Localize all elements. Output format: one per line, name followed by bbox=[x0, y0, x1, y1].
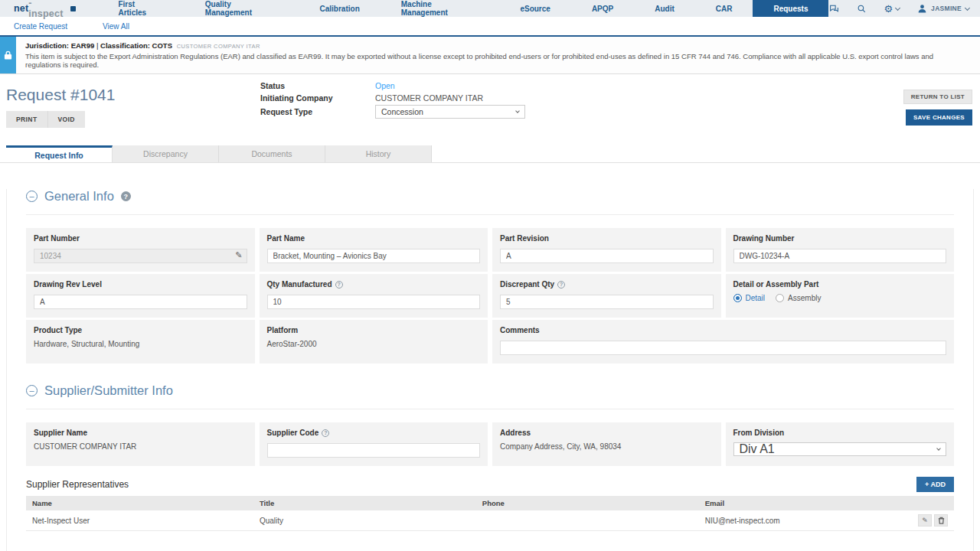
help-icon[interactable]: ? bbox=[322, 429, 329, 437]
supplier-name-field: Supplier Name CUSTOMER COMPANY ITAR bbox=[26, 422, 255, 466]
supplier-section-header: – Supplier/Submitter Info bbox=[26, 383, 954, 398]
discrepant-qty-input[interactable] bbox=[500, 295, 714, 309]
part-name-field: Part Name bbox=[260, 228, 488, 272]
part-number-label: Part Number bbox=[34, 234, 247, 243]
chevron-down-icon bbox=[965, 5, 970, 10]
add-representative-button[interactable]: + ADD bbox=[916, 477, 954, 492]
sub-navbar: Create Request View All bbox=[0, 17, 980, 35]
from-division-select[interactable]: Div A1 bbox=[733, 442, 947, 456]
general-info-section-header: – General Info ? bbox=[26, 189, 954, 204]
messages-icon[interactable] bbox=[828, 3, 839, 14]
request-info-panel: – General Info ? Part Number ✎ Part Name… bbox=[6, 189, 974, 551]
comments-input[interactable] bbox=[500, 341, 946, 355]
void-button[interactable]: VOID bbox=[47, 111, 85, 128]
tab-history[interactable]: History bbox=[325, 145, 432, 162]
drawing-number-field: Drawing Number bbox=[726, 228, 955, 272]
edit-row-button[interactable]: ✎ bbox=[918, 514, 932, 527]
part-number-input[interactable] bbox=[34, 249, 247, 263]
nav-item-apqp[interactable]: APQP bbox=[571, 0, 634, 17]
lock-strip bbox=[0, 37, 16, 73]
classification-value: COTS bbox=[152, 41, 172, 50]
main-menu: First Articles Quality Management Calibr… bbox=[97, 0, 828, 17]
collapse-icon[interactable]: – bbox=[26, 385, 38, 396]
status-value[interactable]: Open bbox=[375, 81, 395, 90]
supplier-form: Supplier Name CUSTOMER COMPANY ITAR Supp… bbox=[26, 422, 954, 466]
logo-text-bold: net bbox=[14, 3, 28, 14]
table-header-row: Name Title Phone Email bbox=[26, 496, 954, 510]
banner-text: Jurisdiction: EAR99 | Classification: CO… bbox=[16, 37, 980, 73]
detail-or-assembly-label: Detail or Assembly Part bbox=[733, 280, 947, 289]
net-inspect-logo[interactable]: net-inspect bbox=[14, 0, 76, 17]
comments-label: Comments bbox=[500, 326, 946, 334]
rep-name: Net-Inspect User bbox=[26, 510, 253, 531]
logo-text-rest: -inspect bbox=[28, 0, 66, 19]
request-type-value: Concession bbox=[381, 107, 423, 116]
delete-row-button[interactable] bbox=[934, 514, 948, 527]
part-number-field: Part Number ✎ bbox=[26, 228, 255, 272]
tab-discrepancy[interactable]: Discrepancy bbox=[113, 145, 219, 162]
supplier-name-value: CUSTOMER COMPANY ITAR bbox=[34, 442, 247, 451]
column-name: Name bbox=[26, 496, 253, 510]
settings-menu[interactable]: ⚙ bbox=[884, 4, 900, 14]
initiating-company-value: CUSTOMER COMPANY ITAR bbox=[375, 93, 483, 103]
detail-radio[interactable]: Detail bbox=[733, 294, 766, 302]
qty-manufactured-field: Qty Manufactured ? bbox=[260, 274, 488, 318]
status-label: Status bbox=[260, 81, 375, 90]
drawing-rev-level-input[interactable] bbox=[34, 295, 247, 309]
column-email: Email bbox=[699, 496, 908, 510]
nav-item-quality-management[interactable]: Quality Management bbox=[185, 0, 299, 17]
comments-field: Comments bbox=[492, 320, 954, 364]
print-button[interactable]: PRINT bbox=[6, 111, 47, 128]
help-icon[interactable]: ? bbox=[335, 281, 343, 289]
request-type-row: Request Type Concession bbox=[260, 105, 525, 119]
jurisdiction-label: Jurisdiction: bbox=[25, 41, 69, 50]
search-icon[interactable] bbox=[856, 3, 867, 14]
help-icon[interactable]: ? bbox=[121, 191, 131, 201]
drawing-rev-level-label: Drawing Rev Level bbox=[34, 280, 247, 289]
nav-item-machine-management[interactable]: Machine Management bbox=[381, 0, 500, 17]
assembly-radio[interactable]: Assembly bbox=[776, 294, 821, 302]
general-info-form: Part Number ✎ Part Name Part Revision Dr… bbox=[26, 228, 954, 364]
nav-item-car[interactable]: CAR bbox=[695, 0, 753, 17]
rep-title: Quality bbox=[253, 510, 476, 531]
nav-item-calibration[interactable]: Calibration bbox=[299, 0, 381, 17]
save-changes-button[interactable]: SAVE CHANGES bbox=[906, 109, 972, 126]
supplier-address-value: Company Address, City, WA, 98034 bbox=[500, 442, 714, 451]
supplier-code-input[interactable] bbox=[267, 443, 481, 458]
part-revision-field: Part Revision bbox=[492, 228, 721, 272]
banner-company-suffix: CUSTOMER COMPANY ITAR bbox=[177, 43, 260, 50]
detail-or-assembly-field: Detail or Assembly Part Detail Assembly bbox=[726, 274, 955, 318]
qty-manufactured-label: Qty Manufactured bbox=[267, 280, 332, 289]
rep-phone bbox=[476, 510, 699, 531]
part-name-label: Part Name bbox=[267, 234, 481, 243]
from-division-field: From Division Div A1 bbox=[726, 422, 955, 466]
part-name-input[interactable] bbox=[267, 249, 481, 263]
drawing-number-input[interactable] bbox=[733, 249, 947, 263]
edit-pencil-icon[interactable]: ✎ bbox=[235, 250, 242, 260]
create-request-link[interactable]: Create Request bbox=[14, 22, 67, 31]
nav-item-first-articles[interactable]: First Articles bbox=[97, 0, 184, 17]
nav-item-esource[interactable]: eSource bbox=[499, 0, 570, 17]
from-division-label: From Division bbox=[733, 429, 947, 437]
collapse-icon[interactable]: – bbox=[26, 191, 38, 202]
help-icon[interactable]: ? bbox=[557, 281, 565, 289]
tab-documents[interactable]: Documents bbox=[219, 145, 325, 162]
tab-request-info[interactable]: Request Info bbox=[6, 145, 113, 162]
return-to-list-button[interactable]: RETURN TO LIST bbox=[903, 90, 972, 104]
supplier-code-field: Supplier Code ? bbox=[260, 422, 488, 466]
chevron-down-icon bbox=[936, 446, 941, 451]
view-all-link[interactable]: View All bbox=[103, 22, 129, 31]
qty-manufactured-input[interactable] bbox=[267, 295, 481, 309]
platform-value: AeroStar-2000 bbox=[267, 340, 481, 348]
supplier-name-label: Supplier Name bbox=[34, 429, 247, 437]
initiating-company-label: Initiating Company bbox=[260, 93, 375, 103]
column-phone: Phone bbox=[476, 496, 699, 510]
request-type-select[interactable]: Concession bbox=[375, 105, 525, 119]
part-revision-input[interactable] bbox=[500, 249, 714, 263]
nav-item-audit[interactable]: Audit bbox=[634, 0, 695, 17]
user-menu[interactable]: JASMINE bbox=[916, 3, 969, 14]
product-type-value: Hardware, Structural, Mounting bbox=[34, 340, 247, 348]
section-divider bbox=[26, 409, 954, 409]
chevron-down-icon bbox=[515, 109, 520, 113]
nav-item-requests[interactable]: Requests bbox=[753, 0, 828, 17]
